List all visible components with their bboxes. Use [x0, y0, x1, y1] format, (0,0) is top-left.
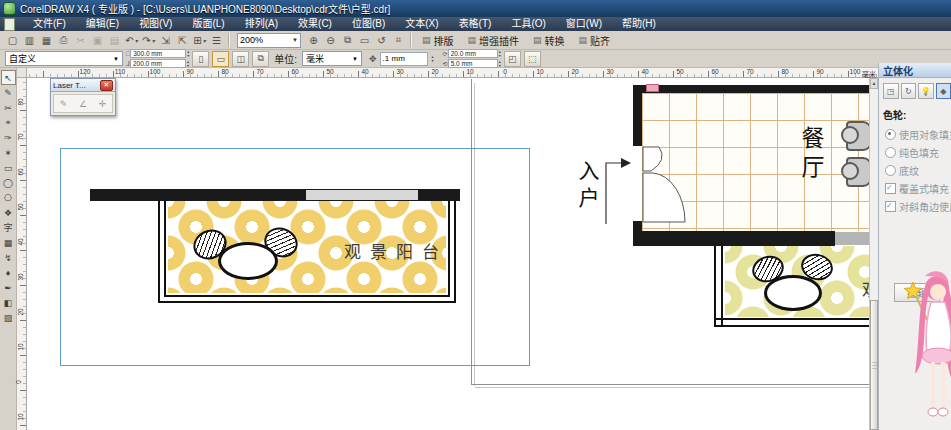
page-width-field[interactable]: 300.0 mm — [130, 49, 186, 58]
zoom-page-icon[interactable]: ↺▾ — [373, 33, 390, 48]
undo-icon[interactable]: ↶▾ — [123, 33, 140, 48]
menu-effects[interactable]: 效果(C) — [288, 17, 342, 31]
ruler-origin-corner[interactable] — [17, 68, 27, 78]
extrude-rotate-icon[interactable]: ↻ — [901, 83, 917, 99]
print-icon[interactable]: ⎙▾ — [55, 33, 72, 48]
plugins-button[interactable]: ▤增强插件 — [461, 33, 527, 48]
scrollbar-thumb[interactable]: ——— — [870, 300, 878, 430]
freehand-tool[interactable]: ✑ — [1, 130, 16, 145]
bottom-wall-window[interactable] — [835, 232, 869, 245]
laser-toolbar-titlebar[interactable]: Laser T... ✕ — [51, 79, 115, 92]
page-preset-combo[interactable]: 自定义▼ — [5, 51, 123, 66]
rectangle-tool[interactable]: ▭ — [1, 160, 16, 175]
extrude-camera-icon[interactable]: ◳ — [883, 83, 899, 99]
balcony-window-segment[interactable] — [306, 190, 418, 200]
fill-tool[interactable]: ◧ — [1, 295, 16, 310]
smart-fill-tool[interactable]: ✶ — [1, 145, 16, 160]
polygon-tool[interactable]: ⎔ — [1, 190, 16, 205]
menu-text[interactable]: 文本(X) — [395, 17, 448, 31]
radio-solid-fill[interactable]: 纯色填充 — [879, 142, 951, 160]
typeset-button[interactable]: ▤排版 — [415, 33, 461, 48]
lower-room-left-wall[interactable] — [714, 246, 723, 326]
menu-view[interactable]: 视图(V) — [129, 17, 182, 31]
laser-move-icon[interactable]: ✛ — [99, 99, 107, 109]
cut-icon[interactable]: ✂▾ — [72, 33, 89, 48]
laser-angle-icon[interactable]: ∠ — [79, 99, 87, 109]
outline-tool[interactable]: ✒ — [1, 280, 16, 295]
treat-as-filled-button[interactable]: ◰ — [504, 51, 521, 67]
balcony-table[interactable] — [218, 242, 278, 280]
menu-tools[interactable]: 工具(O) — [501, 17, 555, 31]
zoom-out-icon[interactable]: ⊖▾ — [322, 33, 339, 48]
convert-button[interactable]: ▤转换 — [526, 33, 572, 48]
duplicate-x-field[interactable]: 20.0 mm — [448, 49, 498, 58]
extrude-color-icon[interactable]: ◆ — [936, 83, 951, 99]
zoom-level-combo[interactable]: 200%▼ — [237, 33, 301, 48]
paste-icon[interactable]: ▤▾ — [106, 33, 123, 48]
menu-layout[interactable]: 版面(L) — [182, 17, 234, 31]
current-page-button[interactable]: ⧉ — [252, 51, 269, 67]
menu-arrange[interactable]: 排列(A) — [235, 17, 288, 31]
zoom-all-objects-icon[interactable]: ▭▾ — [356, 33, 373, 48]
import-icon[interactable]: ⇲▾ — [157, 33, 174, 48]
zoom-selected-icon[interactable]: ⧉▾ — [339, 33, 356, 48]
snap-button[interactable]: ▤贴齐 — [572, 33, 618, 48]
check-drape-fill[interactable]: 覆盖式填充 — [879, 178, 951, 196]
units-combo[interactable]: 毫米▼ — [302, 51, 362, 66]
duplicate-y-field[interactable]: 5.0 mm — [448, 59, 498, 68]
nudge-spinner[interactable]: ▴▾ — [432, 55, 434, 63]
copy-icon[interactable]: ▣▾ — [89, 33, 106, 48]
vertical-scrollbar[interactable]: ▲ ——— — [869, 78, 878, 430]
eyedropper-tool[interactable]: ♦ — [1, 265, 16, 280]
pick-tool[interactable]: ↖ — [1, 70, 16, 85]
entrance-door-drawing[interactable] — [560, 80, 880, 250]
close-icon[interactable]: ✕ — [100, 80, 113, 91]
radio-texture-fill[interactable]: 底纹 — [879, 160, 951, 178]
nudge-offset-field[interactable]: .1 mm — [380, 52, 428, 66]
text-tool[interactable]: 字 — [1, 220, 16, 235]
marquee-select-button[interactable]: ⬚ — [524, 51, 541, 67]
lower-room-bottom-wall[interactable] — [714, 318, 869, 327]
basic-shapes-tool[interactable]: ❖ — [1, 205, 16, 220]
zoom-tool[interactable]: ⌖ — [1, 115, 16, 130]
shape-tool[interactable]: ✎ — [1, 85, 16, 100]
entrance-label[interactable]: 入户 — [572, 160, 602, 214]
radio-use-object-fill[interactable]: 使用对象填充 — [879, 124, 951, 142]
save-icon[interactable]: ▦▾ — [38, 33, 55, 48]
laser-toolbar[interactable]: Laser T... ✕ ✎∠✛ — [50, 78, 116, 116]
laser-pen-icon[interactable]: ✎ — [60, 99, 68, 109]
check-bevel-edges[interactable]: 对斜角边使用 — [879, 196, 951, 214]
docker-header[interactable]: 立体化 — [879, 63, 951, 78]
ellipse-tool[interactable]: ◯ — [1, 175, 16, 190]
portrait-button[interactable]: ▯ — [192, 51, 209, 67]
dimension-tool[interactable]: ↯ — [1, 250, 16, 265]
table-tool[interactable]: ▦ — [1, 235, 16, 250]
extrude-light-icon[interactable]: 💡 — [918, 83, 934, 99]
landscape-button[interactable]: ▭ — [212, 51, 229, 67]
lower-table[interactable] — [764, 275, 822, 311]
export-icon[interactable]: ⇱▾ — [174, 33, 191, 48]
menu-edit[interactable]: 编辑(E) — [76, 17, 129, 31]
menu-help[interactable]: 帮助(H) — [612, 17, 666, 31]
page-height-field[interactable]: 200.0 mm — [130, 59, 186, 68]
dup-y-spinner[interactable]: ▴▾ — [499, 60, 501, 68]
crop-tool[interactable]: ✂ — [1, 100, 16, 115]
all-pages-button[interactable]: ◫ — [232, 51, 249, 67]
app-launcher-icon[interactable]: ⊞▾ — [191, 33, 208, 48]
balcony-label[interactable]: 观景阳台 — [344, 238, 448, 263]
open-icon[interactable]: ▥▾ — [21, 33, 38, 48]
menu-file[interactable]: 文件(F) — [23, 17, 76, 31]
menu-window[interactable]: 窗口(W) — [556, 17, 612, 31]
options-icon[interactable]: ☰▾ — [208, 33, 225, 48]
scroll-up-icon[interactable]: ▲ — [870, 78, 878, 89]
zoom-in-icon[interactable]: ⊕▾ — [305, 33, 322, 48]
dup-x-spinner[interactable]: ▴▾ — [499, 50, 501, 58]
dining-label[interactable]: 餐厅 — [793, 126, 827, 184]
redo-icon[interactable]: ↷▾ — [140, 33, 157, 48]
zoom-width-icon[interactable]: ⌗▾ — [390, 33, 407, 48]
interactive-fill-tool[interactable]: ▨ — [1, 310, 16, 325]
width-spinner[interactable]: ▴▾ — [187, 50, 189, 58]
menu-bitmaps[interactable]: 位图(B) — [342, 17, 395, 31]
height-spinner[interactable]: ▴▾ — [187, 60, 189, 68]
menu-table[interactable]: 表格(T) — [449, 17, 502, 31]
